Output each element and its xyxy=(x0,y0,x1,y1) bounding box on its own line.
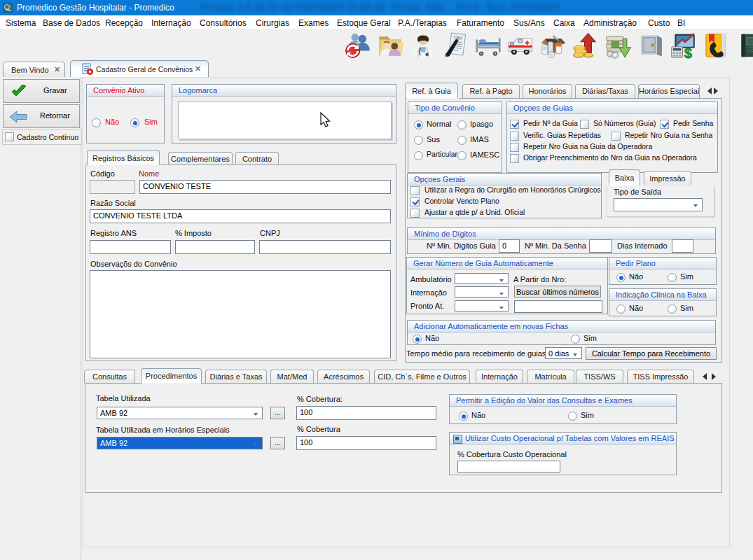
svg-text:$: $ xyxy=(684,46,692,59)
